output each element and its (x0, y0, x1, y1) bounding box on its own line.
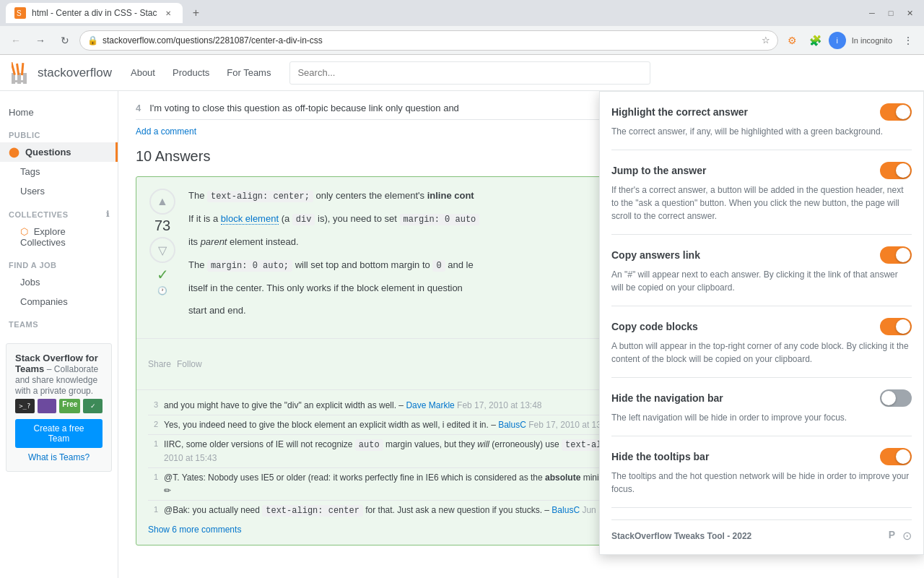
questions-label: Questions (25, 147, 71, 158)
sidebar-item-companies[interactable]: Companies (0, 292, 118, 311)
search-input[interactable] (289, 61, 650, 85)
comment-2-num: 2 (148, 418, 158, 431)
toggle-jump[interactable] (880, 162, 912, 179)
toggle-copy-code[interactable] (880, 318, 912, 335)
browser-tab[interactable]: S html - Center a div in CSS - Stac ✕ (6, 3, 183, 23)
close-vote-text: I'm voting to close this question as off… (149, 103, 459, 113)
toggle-highlight[interactable] (880, 103, 912, 121)
sidebar-section-collectives: COLLECTIVES ℹ (0, 201, 118, 222)
so-header: stackoverflow About Products For Teams (0, 55, 924, 91)
code-div: div (292, 214, 315, 225)
so-nav: About Products For Teams (123, 63, 278, 82)
home-label: Home (9, 107, 34, 118)
comment-5-num: 1 (148, 504, 158, 517)
code-0: 0 (432, 260, 445, 272)
browser-titlebar: S html - Center a div in CSS - Stac ✕ + … (0, 0, 924, 26)
puzzle-icon[interactable]: 🧩 (806, 30, 826, 51)
toggle-copy-link[interactable] (880, 246, 912, 264)
toggle-hide-nav[interactable] (880, 389, 912, 407)
popup-item-hide-nav: Hide the navigation bar The left navigat… (611, 389, 912, 436)
minimize-button[interactable]: ─ (863, 4, 881, 22)
what-is-teams-link[interactable]: What is Teams? (15, 452, 103, 462)
paypal-icon[interactable]: P (889, 529, 895, 543)
popup-item-jump-title: Jump to the answer (611, 165, 706, 176)
create-team-button[interactable]: Create a free Team (15, 419, 103, 448)
popup-item-copy-link-title: Copy answers link (611, 249, 700, 261)
block-element-link[interactable]: block element (221, 213, 279, 225)
teams-free-badge: Free (59, 399, 80, 413)
popup-item-highlight-title: Highlight the correct answer (611, 106, 748, 118)
nav-products[interactable]: Products (165, 63, 217, 82)
so-logo[interactable]: stackoverflow (12, 62, 112, 84)
follow-link[interactable]: Follow (177, 359, 202, 369)
collectives-info-icon[interactable]: ℹ (106, 210, 110, 219)
url-text: stackoverflow.com/questions/2281087/cent… (103, 35, 757, 46)
popup-item-hide-tooltips-desc: The tooltips and the hot question networ… (611, 470, 912, 496)
comment-5-user[interactable]: BalusC (552, 505, 580, 515)
code-margin-auto: margin: 0 auto (400, 214, 480, 225)
popup-item-highlight-header: Highlight the correct answer (611, 103, 912, 121)
restore-button[interactable]: □ (882, 4, 899, 22)
popup-item-copy-link: Copy answers link An "#" will appear nex… (611, 246, 912, 306)
extensions-button[interactable]: ⚙ (783, 30, 803, 51)
more-options-button[interactable]: ⋮ (898, 30, 918, 51)
sidebar-section-teams: TEAMS (0, 311, 118, 332)
tab-favicon: S (14, 7, 26, 19)
teams-preview-item-2 (38, 399, 57, 413)
comment-2-user[interactable]: BalusC (498, 420, 526, 430)
popup-item-jump-header: Jump to the answer (611, 162, 912, 179)
so-body: Home PUBLIC ⬤ Questions Tags Users COLLE… (0, 91, 924, 578)
popup-item-jump: Jump to the answer If ther's a correct a… (611, 162, 912, 235)
sidebar-item-home[interactable]: Home (0, 103, 118, 122)
back-button[interactable]: ← (6, 30, 26, 51)
teams-card-title: Stack Overflow for Teams – Collaborate a… (15, 353, 103, 396)
address-bar[interactable]: 🔒 stackoverflow.com/questions/2281087/ce… (79, 30, 778, 51)
add-comment-link[interactable]: Add a comment (136, 126, 196, 137)
timeline-button[interactable]: 🕐 (157, 286, 167, 296)
comment-3-num: 1 (148, 438, 158, 465)
toggle-hide-tooltips[interactable] (880, 448, 912, 465)
tab-close-button[interactable]: ✕ (162, 7, 174, 19)
so-search (289, 61, 650, 85)
toggle-copy-link-knob (896, 248, 910, 262)
sidebar-item-explore-collectives[interactable]: ⬡ Explore Collectives (0, 222, 118, 252)
toggle-hide-tooltips-knob (896, 449, 910, 464)
browser-toolbar: ← → ↻ 🔒 stackoverflow.com/questions/2281… (0, 26, 924, 55)
accepted-checkmark: ✓ (157, 266, 169, 283)
svg-rect-7 (16, 63, 19, 74)
nav-for-teams[interactable]: For Teams (219, 63, 278, 82)
forward-button[interactable]: → (30, 30, 51, 51)
tweaks-popup: Highlight the correct answer The correct… (599, 91, 924, 555)
popup-item-hide-nav-title: Hide the navigation bar (611, 392, 723, 404)
code-auto: auto (355, 439, 383, 451)
upvote-button[interactable]: ▲ (149, 189, 175, 215)
popup-item-copy-link-header: Copy answers link (611, 246, 912, 264)
sidebar-item-tags[interactable]: Tags (0, 162, 118, 181)
vote-count-4: 4 (136, 103, 141, 113)
sidebar-section-find-a-job: FIND A JOB (0, 252, 118, 272)
so-sidebar: Home PUBLIC ⬤ Questions Tags Users COLLE… (0, 91, 118, 578)
toggle-highlight-knob (896, 105, 910, 119)
profile-icon[interactable]: i (829, 32, 846, 49)
so-logo-text: stackoverflow (38, 66, 112, 80)
teams-preview-item-3: ✓ (83, 399, 103, 413)
new-tab-button[interactable]: + (186, 3, 206, 23)
bookmark-icon[interactable]: ☆ (762, 35, 770, 46)
nav-about[interactable]: About (123, 63, 162, 82)
github-icon[interactable]: ⊙ (902, 529, 912, 543)
svg-rect-5 (12, 80, 27, 82)
close-window-button[interactable]: ✕ (901, 4, 918, 22)
sidebar-item-questions[interactable]: ⬤ Questions (0, 142, 118, 162)
share-link[interactable]: Share (148, 359, 171, 369)
popup-item-copy-link-desc: An "#" will appear next to each answer. … (611, 268, 912, 294)
refresh-button[interactable]: ↻ (55, 30, 75, 51)
popup-item-jump-desc: If ther's a correct answer, a button wil… (611, 184, 912, 223)
so-logo-icon (12, 62, 33, 84)
downvote-button[interactable]: ▽ (149, 237, 175, 263)
sidebar-item-users[interactable]: Users (0, 181, 118, 201)
teams-section: Stack Overflow for Teams – Collaborate a… (0, 343, 118, 472)
comment-1-user[interactable]: Dave Markle (406, 400, 454, 410)
lock-icon: 🔒 (87, 35, 98, 46)
sidebar-item-jobs[interactable]: Jobs (0, 272, 118, 292)
comment-4-num: 1 (148, 471, 158, 497)
